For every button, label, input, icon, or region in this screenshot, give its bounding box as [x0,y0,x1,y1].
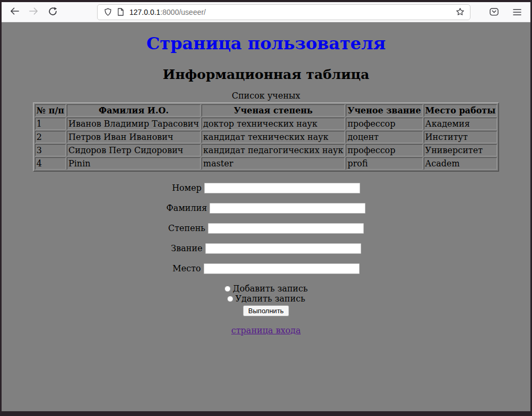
table-row: 3 Сидоров Петр Сидорович кандидат педаго… [35,144,498,156]
surname-label: Фамилия [167,203,207,213]
table-cell: Academ [424,157,498,170]
number-label: Номер [172,183,202,193]
table-cell: Университет [424,144,498,156]
table-cell: profi [346,157,422,170]
table-cell: 4 [35,157,66,170]
table-cell: 2 [35,131,66,143]
record-form: Номер Фамилия Степень Звание Место Добав… [2,182,530,316]
table-caption: Список ученых [2,91,530,101]
forward-arrow-icon [29,7,39,17]
delete-record-radio[interactable] [227,296,233,302]
degree-input[interactable] [208,223,364,234]
forward-button[interactable] [26,5,41,20]
form-row-degree: Степень [2,223,530,233]
bookmark-star-icon[interactable] [453,5,467,19]
add-record-radio[interactable] [224,286,231,292]
url-path: :8000/useeer/ [160,8,206,16]
table-cell: профессор [346,144,422,156]
page-content: Страница пользователя Информационная таб… [2,22,530,411]
add-record-label: Добавить запись [233,284,308,294]
table-cell: доктор технических наук [202,118,345,130]
column-header: Ученая степень [202,104,345,117]
table-row: 1 Иванов Владимир Тарасович доктор техни… [35,118,498,130]
table-cell: Иванов Владимир Тарасович [67,118,200,130]
back-button[interactable] [7,5,22,20]
column-header: Фамилия И.О. [67,104,200,117]
table-header-row: № п/п Фамилия И.О. Ученая степень Ученое… [35,104,498,117]
column-header: № п/п [35,104,66,117]
surname-input[interactable] [210,203,365,214]
reload-icon [48,7,57,17]
rank-input[interactable] [205,243,361,254]
column-header: Место работы [424,104,498,117]
toolbar-right-icons [487,5,524,19]
hamburger-menu-icon[interactable] [510,5,524,19]
degree-label: Степень [168,223,205,233]
login-link-row: страница входа [2,325,530,335]
rank-label: Звание [171,243,202,253]
url-bar[interactable]: 127.0.0.1:8000/useeer/ [97,4,470,20]
table-cell: master [202,157,345,170]
radio-row-add: Добавить запись [2,283,530,293]
table-cell: 1 [35,118,66,130]
back-arrow-icon [10,7,20,17]
table-cell: кандидат педагогических наук [202,144,345,156]
place-label: Место [172,263,200,273]
shield-icon[interactable] [104,7,112,16]
operation-radio-group: Добавить запись Удалить запись [2,283,530,303]
number-input[interactable] [204,183,360,193]
delete-record-label: Удалить запись [236,294,306,304]
login-page-link[interactable]: страница входа [231,325,301,335]
table-cell: профессор [346,118,422,130]
table-cell: доцент [346,131,422,143]
form-row-surname: Фамилия [2,202,530,213]
form-row-place: Место [2,263,530,273]
url-address[interactable]: 127.0.0.1:8000/useeer/ [129,8,453,16]
execute-button[interactable]: Выполнить [243,305,289,316]
table-cell: Институт [424,131,498,143]
table-cell: Сидоров Петр Сидорович [67,144,200,156]
form-row-rank: Звание [2,243,530,253]
url-host: 127.0.0.1 [129,8,160,16]
browser-toolbar: 127.0.0.1:8000/useeer/ [2,2,530,22]
table-cell: Pinin [67,157,200,170]
table-cell: кандидат технических наук [202,131,345,143]
page-title: Страница пользователя [2,33,530,54]
section-title: Информационная таблица [2,67,530,82]
radio-row-delete: Удалить запись [2,293,530,303]
table-cell: Академия [424,118,498,130]
browser-window: 127.0.0.1:8000/useeer/ Страница пользова… [0,0,532,416]
place-input[interactable] [204,263,360,274]
reload-button[interactable] [45,5,60,20]
scientists-table: № п/п Фамилия И.О. Ученая степень Ученое… [33,102,500,172]
table-row: 4 Pinin master profi Academ [35,157,498,170]
form-row-number: Номер [2,182,530,193]
table-row: 2 Петров Иван Иванович кандидат техничес… [35,131,498,143]
pocket-icon[interactable] [487,5,501,19]
column-header: Ученое звание [346,104,422,117]
table-cell: 3 [35,144,66,156]
table-cell: Петров Иван Иванович [67,131,200,143]
page-info-icon[interactable] [117,8,124,16]
submit-row: Выполнить [2,305,530,316]
